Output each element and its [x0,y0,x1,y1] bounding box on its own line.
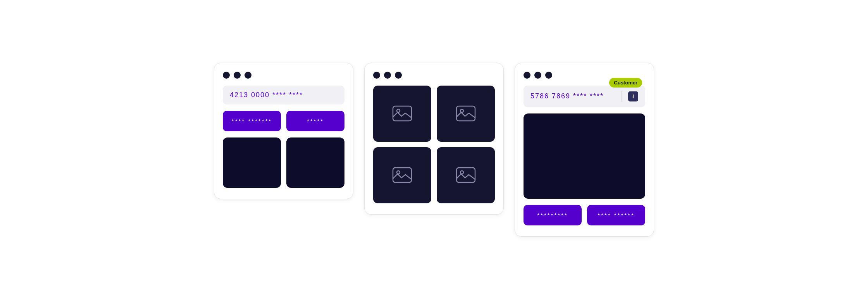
button-1-1-label: **** ******* [232,118,272,124]
screen3-buttons: ********* **** ****** [524,205,645,225]
button-3-1-label: ********* [537,212,568,218]
dot-1 [223,72,230,79]
screen1-dark-panels [223,137,344,188]
svg-point-1 [397,109,400,112]
screens-container: 4213 0000 **** **** **** ******* ***** [214,63,654,237]
image-cell-1 [373,86,431,142]
image-icon-1 [392,105,412,122]
screen-2 [364,63,504,215]
button-1-2-label: ***** [307,118,324,124]
image-icon-3 [392,167,412,183]
svg-rect-6 [456,168,475,182]
dark-panel-2 [286,137,344,188]
dot-7 [524,72,530,79]
image-icon-2 [456,105,476,122]
image-icon-4 [456,167,476,183]
dot-6 [395,72,402,79]
image-cell-3 [373,147,431,203]
dot-9 [545,72,552,79]
svg-point-7 [460,171,463,174]
svg-point-3 [460,109,463,112]
screen3-dark-panel [524,113,645,199]
card-number-3: 5786 7869 **** **** [530,92,615,100]
button-3-2-label: **** ****** [598,212,635,218]
window-controls-1 [223,72,344,79]
window-controls-2 [373,72,495,79]
button-3-2[interactable]: **** ****** [587,205,645,225]
button-1-2[interactable]: ***** [286,111,344,131]
svg-point-5 [397,171,400,174]
customer-tooltip: Customer [609,78,642,88]
card-number-1: 4213 0000 **** **** [230,91,303,99]
cursor-icon: I [628,91,638,101]
screen1-buttons: **** ******* ***** [223,111,344,131]
divider-line [622,91,622,102]
tooltip-wrapper: I Customer [628,91,638,101]
svg-rect-2 [456,106,475,121]
button-3-1[interactable]: ********* [524,205,582,225]
screen3-header: 5786 7869 **** **** I Customer [524,86,645,107]
dot-4 [373,72,380,79]
dot-5 [384,72,391,79]
image-cell-2 [437,86,495,142]
dot-2 [234,72,241,79]
image-cell-4 [437,147,495,203]
svg-rect-0 [393,106,412,121]
image-grid [373,86,495,203]
card-number-row-1: 4213 0000 **** **** [223,86,344,105]
cursor-char: I [632,93,634,100]
dark-panel-1 [223,137,281,188]
dot-8 [534,72,541,79]
button-1-1[interactable]: **** ******* [223,111,281,131]
dot-3 [245,72,251,79]
screen-3: 5786 7869 **** **** I Customer *********… [515,63,654,237]
svg-rect-4 [393,168,412,182]
screen-1: 4213 0000 **** **** **** ******* ***** [214,63,353,199]
